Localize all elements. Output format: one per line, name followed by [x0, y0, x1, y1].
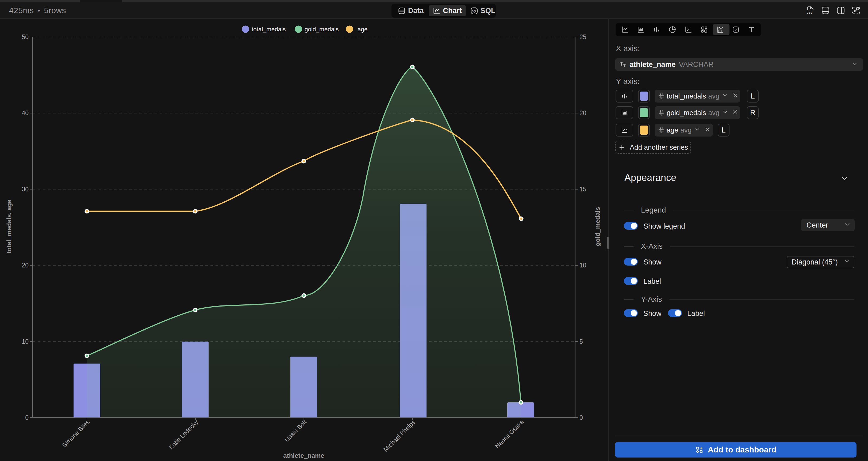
svg-text:csv: csv — [807, 10, 813, 15]
svg-text:age: age — [358, 26, 368, 33]
svg-text:Naomi Osaka: Naomi Osaka — [494, 419, 525, 450]
svg-text:5: 5 — [580, 338, 583, 345]
svg-text:10: 10 — [22, 338, 29, 345]
svg-text:10: 10 — [580, 262, 586, 269]
svg-text:total_medals, age: total_medals, age — [5, 199, 12, 253]
svg-text:Katie Ledecky: Katie Ledecky — [167, 419, 200, 451]
svg-text:20: 20 — [580, 110, 586, 116]
svg-text:athlete_name: athlete_name — [283, 452, 324, 459]
svg-text:40: 40 — [22, 110, 29, 116]
svg-text:25: 25 — [580, 33, 586, 40]
svg-text:20: 20 — [22, 262, 29, 269]
svg-text:Usain Bolt: Usain Bolt — [283, 419, 308, 443]
svg-text:Michael Phelps: Michael Phelps — [382, 419, 416, 453]
svg-text:gold_medals: gold_medals — [305, 26, 339, 33]
svg-text:50: 50 — [22, 33, 29, 40]
svg-text:0: 0 — [25, 414, 29, 421]
svg-text:gold_medals: gold_medals — [594, 207, 601, 246]
svg-text:2: 2 — [735, 28, 737, 32]
svg-text:15: 15 — [580, 186, 586, 193]
svg-text:30: 30 — [22, 186, 29, 193]
svg-text:0: 0 — [580, 414, 583, 421]
svg-text:Simone Biles: Simone Biles — [61, 419, 91, 449]
svg-text:total_medals: total_medals — [252, 26, 286, 33]
svg-text:SQL: SQL — [472, 10, 477, 12]
